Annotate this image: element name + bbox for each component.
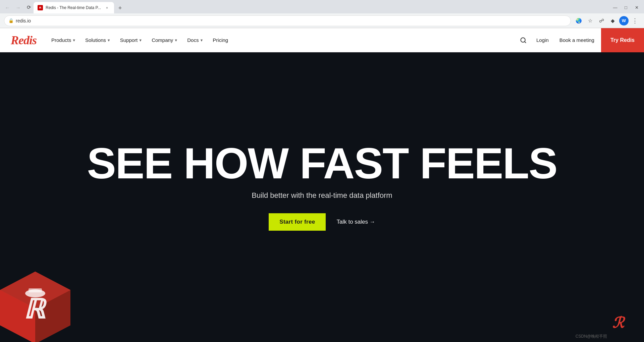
browser-menu-button[interactable]: ⋮ [630,16,640,26]
book-meeting-button[interactable]: Book a meeting [555,35,598,46]
profile-button[interactable]: W [619,16,629,25]
hero-section: SEE HOW FAST FEELS Build better with the… [0,52,644,342]
hero-subtitle: Build better with the real-time data pla… [252,191,392,200]
redis-cube-decoration: ℝ [0,265,77,342]
back-button[interactable]: ← [3,3,12,12]
redis-icon-decoration: ℛ [610,312,631,332]
nav-links: Products ▼ Solutions ▼ Support ▼ Company… [47,35,517,46]
try-redis-button[interactable]: Try Redis [601,28,644,52]
refresh-button[interactable]: ⟳ [24,3,34,12]
site-logo[interactable]: Redis [11,33,37,47]
webpage-content: Redis Products ▼ Solutions ▼ Support ▼ C… [0,28,644,342]
nav-item-solutions[interactable]: Solutions ▼ [81,35,115,46]
search-button[interactable] [517,34,530,47]
chevron-down-icon: ▼ [107,38,111,42]
bookmark-icon[interactable]: ☆ [585,16,595,26]
tab-title: Redis - The Real-time Data P... [46,5,101,10]
site-navigation: Redis Products ▼ Solutions ▼ Support ▼ C… [0,28,644,52]
active-tab[interactable]: R Redis - The Real-time Data P... × [34,2,114,13]
security-icon: 🔒 [8,18,14,23]
chevron-down-icon: ▼ [139,38,142,42]
nav-item-docs[interactable]: Docs ▼ [183,35,207,46]
login-button[interactable]: Login [532,35,553,46]
svg-rect-8 [29,288,42,292]
svg-text:ℝ: ℝ [23,294,47,324]
nav-item-products[interactable]: Products ▼ [47,35,80,46]
hero-title: SEE HOW FAST FEELS [87,144,557,183]
tab-favicon: R [38,5,43,10]
chevron-down-icon: ▼ [174,38,178,42]
hero-cta-group: Start for free Talk to sales → [269,213,375,231]
new-tab-button[interactable]: + [115,3,125,13]
talk-to-sales-button[interactable]: Talk to sales → [336,219,375,225]
watermark: CSDN@晚程手照 [576,334,607,339]
svg-text:ℛ: ℛ [612,315,626,331]
close-window-button[interactable]: ✕ [632,3,641,12]
url-text: redis.io [16,18,567,23]
chevron-down-icon: ▼ [72,38,76,42]
tab-close-button[interactable]: × [104,5,110,11]
profile-extension-icon[interactable]: ◆ [608,16,618,26]
extension-icon[interactable]: ☍ [596,16,606,26]
nav-right-actions: Login Book a meeting Try Redis [517,28,633,52]
nav-item-support[interactable]: Support ▼ [116,35,146,46]
translate-icon[interactable]: 🌏 [574,16,584,26]
start-free-button[interactable]: Start for free [269,213,326,231]
nav-item-company[interactable]: Company ▼ [148,35,182,46]
forward-button[interactable]: → [13,3,23,12]
minimize-button[interactable]: — [610,3,620,12]
chevron-down-icon: ▼ [200,38,203,42]
address-bar[interactable]: 🔒 redis.io [4,15,571,26]
maximize-button[interactable]: □ [621,3,631,12]
svg-line-1 [525,41,526,43]
nav-item-pricing[interactable]: Pricing [209,35,232,46]
